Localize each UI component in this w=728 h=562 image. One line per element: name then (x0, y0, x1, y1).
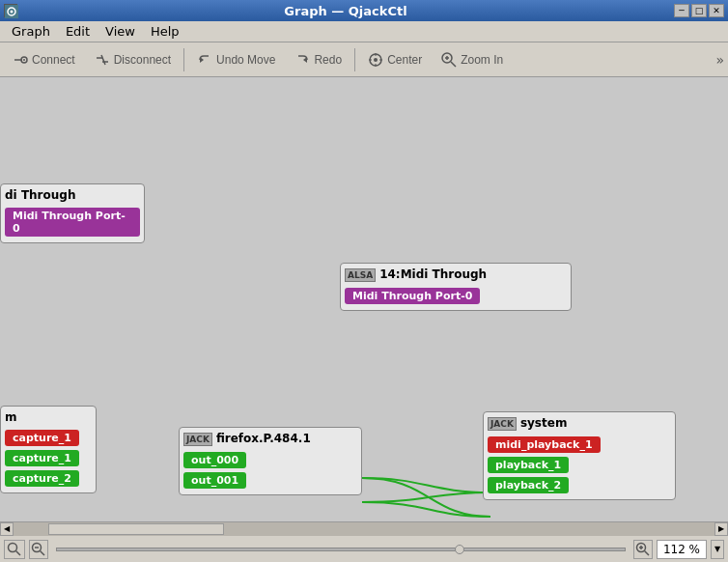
node-title-system-right: JACKsystem (488, 416, 671, 431)
system-right-title-text: system (520, 416, 568, 430)
undo-button[interactable]: Undo Move (188, 46, 284, 73)
zoom-search-icon[interactable] (4, 540, 25, 559)
redo-icon (294, 52, 310, 68)
disconnect-label: Disconnect (114, 53, 171, 67)
node-title-firefox: JACKfirefox.P.484.1 (183, 432, 357, 446)
zoom-level[interactable]: 112 % (657, 540, 707, 559)
undo-label: Undo Move (216, 53, 275, 67)
scroll-right-arrow[interactable]: ▶ (714, 522, 728, 536)
center-label: Center (387, 53, 422, 67)
separator-2 (354, 48, 355, 71)
node-midi-through-small[interactable]: di Through Midi Through Port-0 (0, 183, 145, 243)
node-firefox[interactable]: JACKfirefox.P.484.1 out_000 out_001 (179, 427, 362, 495)
zoom-in-button[interactable] (633, 540, 653, 559)
titlebar-left (4, 4, 17, 17)
scroll-thumb-h[interactable] (48, 523, 224, 535)
jack-icon-system: JACK (488, 417, 517, 431)
titlebar: Graph — QjackCtl ─ □ ✕ (0, 0, 728, 21)
port-playback1[interactable]: playback_1 (488, 457, 569, 473)
center-icon (368, 52, 383, 68)
toolbar-more[interactable]: » (715, 52, 724, 68)
center-button[interactable]: Center (359, 46, 431, 73)
connect-label: Connect (32, 53, 75, 67)
scrollbar-horizontal[interactable]: ◀ ▶ (0, 521, 728, 535)
scroll-left-arrow[interactable]: ◀ (0, 522, 14, 536)
menu-view[interactable]: View (98, 22, 143, 41)
port-alsa-midi-port0[interactable]: Midi Through Port-0 (345, 288, 480, 304)
toolbar: Connect Disconnect Undo Move Red (0, 42, 728, 77)
window-title: Graph — QjackCtl (17, 4, 674, 18)
menubar: Graph Edit View Help (0, 21, 728, 42)
minimize-button[interactable]: ─ (674, 4, 689, 17)
alsa-icon: ALSA (345, 268, 376, 282)
port-playback2[interactable]: playback_2 (488, 477, 569, 493)
node-system-left[interactable]: m capture_1 capture_1 capture_2 (0, 406, 97, 493)
node-title-system-left: m (5, 410, 92, 424)
disconnect-icon (95, 52, 110, 68)
svg-line-20 (451, 62, 456, 67)
jack-icon-firefox: JACK (183, 433, 212, 446)
close-button[interactable]: ✕ (709, 4, 724, 17)
svg-marker-9 (200, 57, 204, 63)
svg-point-12 (374, 58, 378, 62)
maximize-button[interactable]: □ (691, 4, 707, 17)
firefox-title-text: firefox.P.484.1 (216, 432, 311, 445)
port-capture1b[interactable]: capture_1 (5, 450, 79, 466)
alsa-title-text: 14:Midi Through (379, 267, 487, 281)
titlebar-controls: ─ □ ✕ (674, 4, 724, 17)
svg-line-22 (16, 550, 21, 555)
port-out000[interactable]: out_000 (183, 452, 246, 468)
title-area: Graph — QjackCtl (17, 4, 674, 18)
undo-icon (197, 52, 212, 68)
zoom-dropdown-button[interactable]: ▼ (711, 540, 724, 559)
graph-canvas[interactable]: di Through Midi Through Port-0 ALSA14:Mi… (0, 77, 728, 521)
svg-line-29 (644, 550, 649, 555)
zoom-slider-thumb[interactable] (455, 545, 464, 554)
node-title-alsa: ALSA14:Midi Through (345, 267, 567, 282)
svg-line-25 (41, 550, 45, 555)
statusbar: 112 % ▼ (0, 535, 728, 562)
zoom-out-button[interactable] (29, 540, 48, 559)
menu-edit[interactable]: Edit (58, 22, 98, 41)
node-midi-through-alsa[interactable]: ALSA14:Midi Through Midi Through Port-0 (340, 263, 572, 311)
port-midi-playback1[interactable]: midi_playback_1 (488, 436, 601, 453)
scroll-track-h[interactable] (14, 522, 714, 536)
node-system-right[interactable]: JACKsystem midi_playback_1 playback_1 pl… (483, 411, 676, 500)
port-midi-through-port0-small[interactable]: Midi Through Port-0 (5, 208, 140, 237)
zoomin-icon (441, 52, 457, 68)
zoomin-label: Zoom In (461, 53, 503, 67)
port-out001[interactable]: out_001 (183, 472, 246, 489)
redo-button[interactable]: Redo (286, 46, 350, 73)
zoom-slider[interactable] (56, 548, 626, 551)
app-icon (4, 4, 17, 17)
separator-1 (183, 48, 184, 71)
svg-point-21 (9, 543, 17, 551)
port-capture1a[interactable]: capture_1 (5, 430, 79, 446)
node-title-midi-through-small: di Through (5, 188, 140, 202)
svg-point-5 (23, 59, 25, 61)
svg-marker-10 (303, 57, 307, 63)
disconnect-button[interactable]: Disconnect (86, 46, 180, 73)
connect-icon (13, 52, 28, 68)
menu-help[interactable]: Help (143, 22, 187, 41)
menu-graph[interactable]: Graph (4, 22, 58, 41)
redo-label: Redo (314, 53, 342, 67)
svg-point-2 (11, 11, 14, 14)
port-capture2[interactable]: capture_2 (5, 470, 79, 487)
svg-line-8 (101, 55, 105, 65)
connect-button[interactable]: Connect (4, 46, 84, 73)
zoomin-button[interactable]: Zoom In (433, 46, 512, 73)
